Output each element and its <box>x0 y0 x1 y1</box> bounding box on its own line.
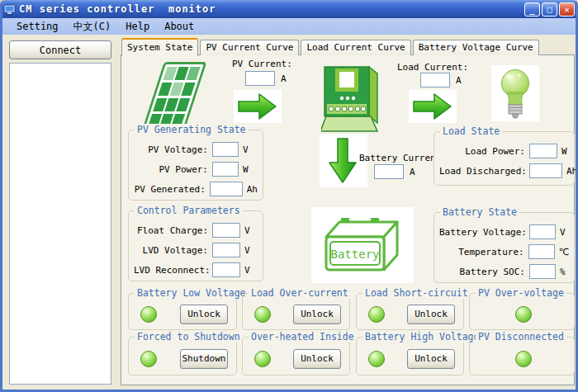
field-unit: V <box>560 227 566 238</box>
battery-current-unit: A <box>410 167 415 177</box>
status-led <box>140 306 157 323</box>
group-load-state: Load State Load Power:W Load Discharged:… <box>434 131 575 186</box>
field-unit: V <box>244 265 250 276</box>
app-icon <box>3 3 16 16</box>
menu-item-setting[interactable]: Setting <box>9 20 66 33</box>
status-led <box>515 306 532 323</box>
unlock-button-load-short-circuit[interactable]: Unlock <box>407 305 455 324</box>
alarm-title: PV Disconnected <box>476 331 566 342</box>
field-label: Battery SOC: <box>439 267 525 277</box>
pv-current-label: PV Current: <box>232 59 292 69</box>
field-label: PV Power: <box>134 164 208 175</box>
status-led <box>368 351 385 367</box>
load-power-input[interactable] <box>529 144 557 158</box>
alarm-pv-over-voltage: PV Over-voltage <box>469 293 575 330</box>
group-title: PV Generating State <box>135 124 249 135</box>
field-unit: Ah <box>566 166 577 177</box>
menu-item-help[interactable]: Help <box>118 20 157 33</box>
field-label: Load Power: <box>439 146 525 157</box>
field-unit: ℃ <box>559 247 569 257</box>
charge-controller-icon <box>321 64 382 133</box>
menubar: Setting 中文(C) Help About <box>2 18 576 35</box>
unlock-button-battery-low[interactable]: Unlock <box>180 305 228 324</box>
alarm-title: Forced to Shutdown <box>135 331 243 342</box>
menu-item-about[interactable]: About <box>157 20 201 33</box>
light-bulb-icon <box>491 65 539 121</box>
load-current-input[interactable] <box>420 73 450 87</box>
alarm-title: Load Over-current <box>249 287 351 299</box>
maximize-icon[interactable]: □ <box>542 2 557 17</box>
field-unit: Ah <box>247 184 258 195</box>
tab-pv-current-curve[interactable]: PV Current Curve <box>200 40 299 55</box>
alarm-title: PV Over-voltage <box>476 287 566 299</box>
connect-button[interactable]: Connect <box>9 40 111 59</box>
load-current-label: Load Current: <box>397 62 468 73</box>
alarm-title: Battery High Voltage <box>362 331 481 342</box>
temperature-input[interactable] <box>528 244 555 259</box>
field-label: Temperature: <box>439 247 524 257</box>
group-title: Load State <box>440 125 502 137</box>
battery-voltage-input[interactable] <box>529 224 556 239</box>
alarm-pv-disconnected: PV Disconnected <box>469 337 575 375</box>
float-charge-input[interactable] <box>212 223 240 238</box>
pv-current-input[interactable] <box>245 71 275 86</box>
group-battery-state: Battery State Battery Voltage:V Temperat… <box>434 212 575 283</box>
tab-battery-voltage-curve[interactable]: Battery Voltage Curve <box>413 40 539 55</box>
field-unit: V <box>244 245 250 256</box>
status-led <box>254 351 271 367</box>
status-led <box>515 351 532 367</box>
alarm-battery-low-voltage: Battery Low Voltage Unlock <box>128 293 237 330</box>
tab-strip: System State PV Current Curve Load Curre… <box>121 37 539 55</box>
unlock-button-load-over-current[interactable]: Unlock <box>293 305 341 324</box>
group-pv-generating-state: PV Generating State PV Voltage:V PV Powe… <box>128 130 263 201</box>
field-label: Load Discharged: <box>439 166 525 177</box>
field-label: Float Charge: <box>134 225 208 236</box>
battery-icon: Battery <box>311 207 414 283</box>
field-unit: V <box>243 144 249 155</box>
alarm-title: Load Short-circuit <box>362 287 471 299</box>
field-label: LVD Voltage: <box>134 245 208 256</box>
alarm-title: Battery Low Voltage <box>135 287 249 299</box>
field-unit: W <box>243 164 249 175</box>
field-unit: % <box>560 267 566 277</box>
pv-power-input[interactable] <box>212 162 239 177</box>
group-title: Battery State <box>440 206 519 218</box>
load-discharged-input[interactable] <box>529 163 562 178</box>
window-title: CM series controller monitor <box>19 3 521 15</box>
unlock-button-battery-high[interactable]: Unlock <box>407 349 455 369</box>
field-unit: W <box>561 146 567 157</box>
alarm-load-short-circuit: Load Short-circuit Unlock <box>356 293 464 330</box>
shutdown-button[interactable]: Shutdown <box>180 349 228 369</box>
field-label: LVD Reconnect: <box>134 265 208 276</box>
unlock-button-over-heated[interactable]: Unlock <box>293 349 341 369</box>
alarm-forced-to-shutdown: Forced to Shutdown Shutdown <box>128 337 237 375</box>
alarm-battery-high-voltage: Battery High Voltage Unlock <box>356 337 464 375</box>
pv-current-unit: A <box>281 73 287 84</box>
minimize-icon[interactable]: _ <box>524 2 540 17</box>
lvd-reconnect-input[interactable] <box>212 262 240 277</box>
alarm-over-heated-inside: Over-heated Inside Unlock <box>242 337 350 375</box>
arrow-right-icon <box>234 90 282 123</box>
alarm-load-over-current: Load Over-current Unlock <box>242 293 350 330</box>
tabpage-system-state: PV Current: A Load Current: A <box>121 54 575 385</box>
device-listbox[interactable] <box>9 63 111 385</box>
close-icon[interactable]: ✕ <box>559 2 575 17</box>
load-current-unit: A <box>456 75 462 86</box>
tab-system-state[interactable]: System State <box>121 38 198 56</box>
battery-soc-input[interactable] <box>529 264 556 279</box>
status-led <box>254 306 271 323</box>
pv-generated-input[interactable] <box>210 182 243 196</box>
status-led <box>140 351 157 367</box>
battery-icon-label: Battery <box>330 248 379 261</box>
solar-panel-icon <box>153 62 196 131</box>
titlebar[interactable]: CM series controller monitor _ □ ✕ <box>0 0 578 18</box>
pv-voltage-input[interactable] <box>212 142 239 157</box>
status-led <box>368 306 385 323</box>
lvd-voltage-input[interactable] <box>212 243 240 257</box>
battery-current-input[interactable] <box>374 164 404 179</box>
app-window: CM series controller monitor _ □ ✕ Setti… <box>0 0 578 392</box>
group-control-parameters: Control Parameters Float Charge:V LVD Vo… <box>128 210 263 281</box>
field-label: Battery Voltage: <box>439 227 525 238</box>
tab-load-current-curve[interactable]: Load Current Curve <box>301 40 410 55</box>
menu-item-language[interactable]: 中文(C) <box>66 19 119 35</box>
